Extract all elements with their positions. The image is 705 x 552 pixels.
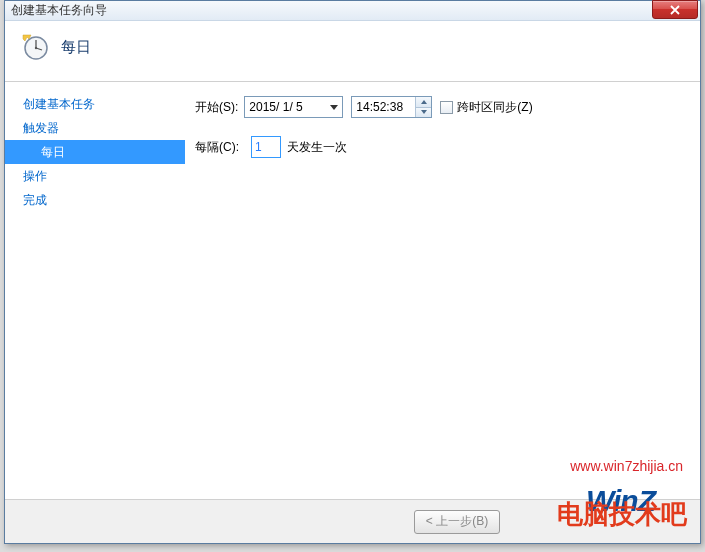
start-date-picker[interactable]: 2015/ 1/ 5: [244, 96, 343, 118]
sync-timezone-checkbox[interactable]: [440, 101, 453, 114]
start-time-picker[interactable]: 14:52:38: [351, 96, 432, 118]
sidebar-item-trigger[interactable]: 触发器: [5, 116, 185, 140]
wizard-footer: < 上一步(B): [5, 499, 700, 543]
wizard-header: 每日: [5, 21, 700, 82]
window-title: 创建基本任务向导: [11, 2, 107, 19]
time-spinner: [415, 97, 431, 117]
sidebar-item-label: 完成: [23, 193, 47, 207]
back-button[interactable]: < 上一步(B): [414, 510, 500, 534]
sidebar-item-create-task[interactable]: 创建基本任务: [5, 92, 185, 116]
sync-timezone-label: 跨时区同步(Z): [457, 99, 532, 116]
page-title: 每日: [61, 38, 91, 57]
start-row: 开始(S): 2015/ 1/ 5 14:52:38 跨时区同步(Z): [195, 96, 690, 118]
interval-input[interactable]: [251, 136, 281, 158]
start-date-value: 2015/ 1/ 5: [249, 100, 324, 114]
start-time-value: 14:52:38: [356, 100, 411, 114]
time-spin-down[interactable]: [416, 108, 431, 118]
interval-label: 每隔(C):: [195, 139, 239, 156]
close-icon: [670, 5, 680, 15]
sidebar-item-daily[interactable]: 每日: [5, 140, 185, 164]
wizard-body: 创建基本任务 触发器 每日 操作 完成 开始(S): 2015/ 1/ 5: [5, 82, 700, 512]
wizard-sidebar: 创建基本任务 触发器 每日 操作 完成: [5, 82, 185, 512]
time-spin-up[interactable]: [416, 97, 431, 108]
chevron-down-icon: [421, 110, 427, 114]
titlebar: 创建基本任务向导: [5, 1, 700, 21]
sidebar-item-label: 每日: [41, 145, 65, 159]
sidebar-item-finish[interactable]: 完成: [5, 188, 185, 212]
interval-suffix: 天发生一次: [287, 139, 347, 156]
close-button[interactable]: [652, 0, 698, 19]
chevron-up-icon: [421, 100, 427, 104]
wizard-content: 开始(S): 2015/ 1/ 5 14:52:38 跨时区同步(Z) 每隔(C…: [185, 82, 700, 512]
wizard-window: 创建基本任务向导 每日 创建基本任务 触发器: [4, 0, 701, 544]
sidebar-item-action[interactable]: 操作: [5, 164, 185, 188]
sidebar-item-label: 创建基本任务: [23, 97, 95, 111]
sidebar-item-label: 操作: [23, 169, 47, 183]
sidebar-item-label: 触发器: [23, 121, 59, 135]
start-label: 开始(S):: [195, 99, 238, 116]
clock-icon: [21, 33, 49, 61]
chevron-down-icon: [330, 105, 338, 110]
interval-row: 每隔(C): 天发生一次: [195, 136, 690, 158]
